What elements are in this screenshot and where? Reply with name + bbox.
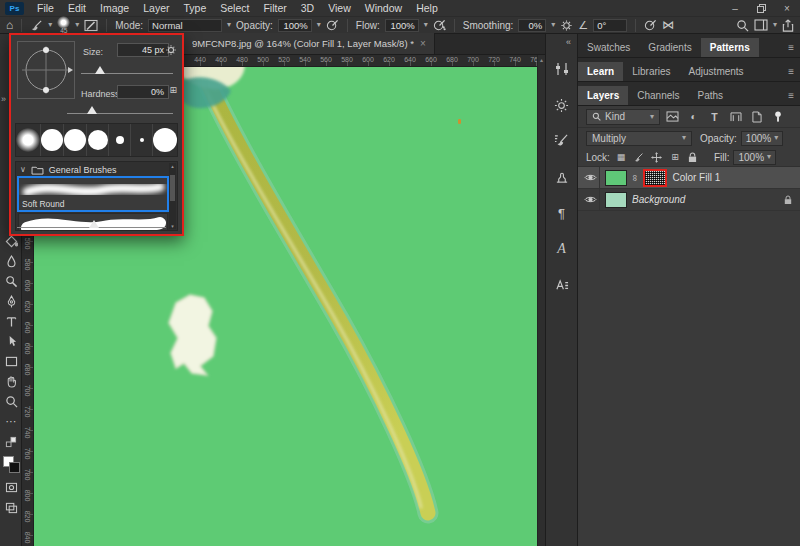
document-tab[interactable]: 9MFCNP8.jpg @ 164% (Color Fill 1, Layer … [184,33,435,54]
chevron-down-icon[interactable]: ▾ [317,21,321,29]
brush-settings-panel-icon[interactable] [550,130,574,152]
chevron-down-icon[interactable]: ▾ [773,21,777,29]
preview-size-slider[interactable] [17,227,166,228]
zoom-tool-icon[interactable] [2,394,20,409]
brush-folder-header[interactable]: ∨ General Brushes [16,162,177,177]
collapse-panels-icon[interactable]: « [566,37,571,47]
menu-filter[interactable]: Filter [256,2,293,14]
layer-mask-thumbnail[interactable] [643,169,667,187]
character-styles-panel-icon[interactable] [550,274,574,296]
brush-list-scrollbar[interactable]: ▴ ▾ [169,163,176,229]
tab-paths[interactable]: Paths [689,86,733,105]
lock-pixels-icon[interactable] [632,152,646,163]
background-thumbnail[interactable] [605,192,627,208]
brush-swatch[interactable] [41,124,64,156]
size-slider-thumb[interactable] [95,66,105,74]
search-icon[interactable] [736,18,749,33]
tab-libraries[interactable]: Libraries [623,62,679,81]
tab-layers[interactable]: Layers [578,86,628,105]
tab-learn[interactable]: Learn [578,62,623,81]
menu-layer[interactable]: Layer [136,2,176,14]
screen-mode-icon[interactable] [2,500,20,515]
layer-filter-toggle[interactable] [769,111,786,123]
layer-filter-kind-select[interactable]: Kind ▾ [586,109,660,125]
blend-mode-select[interactable]: Multiply ▾ [586,131,692,146]
panel-menu-icon[interactable]: ≡ [788,66,794,77]
opacity-field[interactable]: 100% [278,19,312,32]
airbrush-icon[interactable] [433,18,446,33]
symmetry-butterfly-icon[interactable]: ⋈ [662,18,674,33]
size-slider[interactable] [81,73,173,74]
lock-position-icon[interactable] [650,152,664,163]
paragraph-panel-icon[interactable]: ¶ [550,202,574,224]
adjustments-panel-icon[interactable] [550,94,574,116]
chevron-down-icon[interactable]: ▾ [48,21,52,29]
scroll-up-icon[interactable]: ▴ [540,57,543,63]
menu-3d[interactable]: 3D [294,2,321,14]
mode-select[interactable]: Normal [148,19,222,32]
brush-swatch[interactable] [87,124,109,156]
type-tool-icon[interactable] [2,314,20,329]
pressure-size-icon[interactable] [644,18,657,33]
smoothing-field[interactable]: 0% [518,19,546,32]
chevron-down-icon[interactable]: ▾ [551,21,555,29]
gear-icon[interactable] [165,44,177,56]
pen-tool-icon[interactable] [2,294,20,309]
layers-opacity-field[interactable]: 100% ▾ [741,131,784,146]
visibility-eye-icon[interactable] [582,189,600,211]
filter-pixel-layers-icon[interactable] [664,111,681,122]
lock-transparency-icon[interactable]: ▦ [614,152,628,162]
hand-tool-icon[interactable] [2,374,20,389]
gradient-tool-icon[interactable] [2,234,20,249]
tab-channels[interactable]: Channels [628,86,688,105]
menu-image[interactable]: Image [93,2,136,14]
home-icon[interactable]: ⌂ [6,18,13,33]
brush-angle-field[interactable]: 0° [593,19,627,32]
lock-artboard-icon[interactable]: ⊞ [668,152,682,162]
tab-close-icon[interactable]: × [420,38,426,49]
share-icon[interactable] [782,18,794,33]
add-brush-icon[interactable]: ⊞ [169,85,177,95]
chevron-down-icon[interactable]: ▾ [424,21,428,29]
tab-swatches[interactable]: Swatches [578,38,639,57]
brush-swatch[interactable] [109,124,131,156]
glyphs-panel-icon[interactable]: A [550,238,574,260]
tab-patterns[interactable]: Patterns [701,38,759,57]
menu-select[interactable]: Select [213,2,256,14]
panel-menu-icon[interactable]: ≡ [788,90,794,101]
edit-toolbar-icon[interactable]: ⋯ [2,414,20,429]
menu-window[interactable]: Window [358,2,409,14]
scroll-down-icon[interactable]: ▾ [169,223,176,229]
visibility-eye-icon[interactable] [582,167,600,189]
path-select-tool-icon[interactable] [2,334,20,349]
brush-swatch-soft[interactable] [16,124,41,156]
foreground-background-swatch[interactable] [3,456,20,473]
close-button[interactable]: × [774,0,800,17]
panel-menu-icon[interactable]: ≡ [788,42,794,53]
mask-link-icon[interactable]: ∞ [630,174,640,180]
clone-source-panel-icon[interactable] [550,166,574,188]
expand-tools-icon[interactable]: » [1,94,6,104]
swap-colors-icon[interactable] [2,434,20,449]
menu-help[interactable]: Help [409,2,445,14]
scrollbar-thumb[interactable] [170,175,175,201]
scroll-up-icon[interactable]: ▴ [169,163,176,169]
menu-view[interactable]: View [321,2,358,14]
properties-panel-icon[interactable] [550,58,574,80]
color-fill-thumbnail[interactable] [605,170,627,186]
filter-smart-object-icon[interactable] [748,111,765,123]
brush-tool-preset-icon[interactable] [30,18,43,33]
workspace-switcher-icon[interactable] [754,18,768,33]
layer-row-color-fill[interactable]: ∞ Color Fill 1 [578,167,800,189]
tab-gradients[interactable]: Gradients [639,38,700,57]
chevron-down-icon[interactable]: ▾ [75,21,79,29]
size-input[interactable]: 45 px [117,43,169,57]
filter-shape-layers-icon[interactable] [727,112,744,122]
background-color[interactable] [9,462,20,473]
hardness-slider[interactable] [67,113,173,114]
flow-field[interactable]: 100% [385,19,419,32]
fill-field[interactable]: 100% ▾ [733,150,776,165]
hardness-input[interactable]: 0% [117,85,169,99]
menu-file[interactable]: File [30,2,61,14]
minimize-button[interactable]: – [722,0,748,17]
